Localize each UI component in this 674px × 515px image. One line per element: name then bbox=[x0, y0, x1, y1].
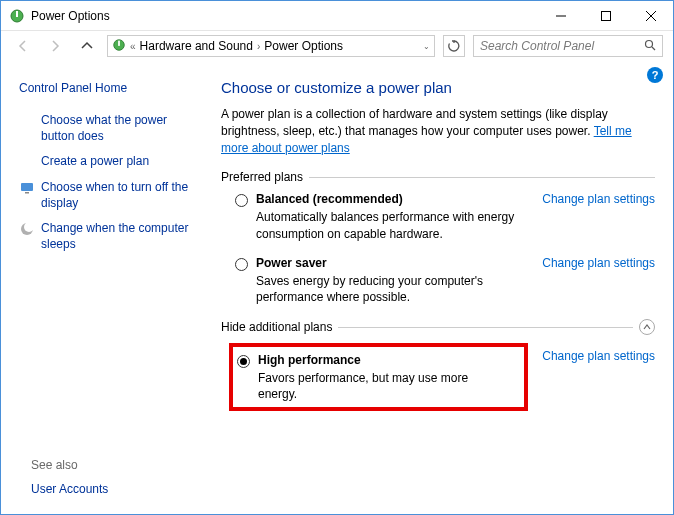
svg-point-13 bbox=[24, 222, 34, 232]
titlebar: Power Options bbox=[1, 1, 673, 31]
change-plan-settings-link[interactable]: Change plan settings bbox=[542, 192, 655, 206]
power-options-icon bbox=[9, 8, 25, 24]
svg-point-8 bbox=[646, 40, 653, 47]
see-also-heading: See also bbox=[31, 458, 108, 472]
minimize-button[interactable] bbox=[538, 1, 583, 30]
hide-additional-plans-toggle[interactable]: Hide additional plans bbox=[221, 319, 655, 335]
sidebar-task[interactable]: Choose what the power button does bbox=[19, 113, 201, 144]
change-plan-settings-link[interactable]: Change plan settings bbox=[542, 349, 655, 363]
sidebar: Control Panel Home Choose what the power… bbox=[1, 61, 211, 514]
plan-name: Power saver bbox=[256, 256, 532, 270]
radio-powersaver[interactable] bbox=[235, 258, 248, 271]
section-text: Hide additional plans bbox=[221, 320, 332, 334]
task-label: Choose when to turn off the display bbox=[41, 180, 191, 211]
divider bbox=[309, 177, 655, 178]
page-description: A power plan is a collection of hardware… bbox=[221, 106, 655, 156]
plan-desc: Saves energy by reducing your computer's… bbox=[256, 273, 532, 305]
forward-button[interactable] bbox=[43, 34, 67, 58]
breadcrumb-item[interactable]: Hardware and Sound bbox=[140, 39, 253, 53]
preferred-plans-heading: Preferred plans bbox=[221, 170, 655, 184]
section-text: Preferred plans bbox=[221, 170, 303, 184]
search-input[interactable]: Search Control Panel bbox=[473, 35, 663, 57]
sidebar-task[interactable]: Change when the computer sleeps bbox=[19, 221, 201, 252]
plan-powersaver: Power saver Saves energy by reducing you… bbox=[235, 256, 655, 305]
search-placeholder: Search Control Panel bbox=[480, 39, 594, 53]
sidebar-task[interactable]: Choose when to turn off the display bbox=[19, 180, 201, 211]
plan-desc: Automatically balances performance with … bbox=[256, 209, 532, 241]
chevron-right-icon: « bbox=[130, 41, 136, 52]
dropdown-icon[interactable]: ⌄ bbox=[423, 42, 430, 51]
moon-icon bbox=[19, 221, 35, 237]
nav-row: « Hardware and Sound › Power Options ⌄ S… bbox=[1, 31, 673, 61]
help-icon[interactable]: ? bbox=[647, 67, 663, 83]
task-label: Choose what the power button does bbox=[41, 113, 191, 144]
chevron-right-icon: › bbox=[257, 41, 260, 52]
chevron-up-icon bbox=[639, 319, 655, 335]
radio-balanced[interactable] bbox=[235, 194, 248, 207]
change-plan-settings-link[interactable]: Change plan settings bbox=[542, 256, 655, 270]
svg-rect-1 bbox=[16, 11, 18, 17]
svg-rect-10 bbox=[21, 183, 33, 191]
svg-rect-7 bbox=[118, 40, 120, 45]
close-button[interactable] bbox=[628, 1, 673, 30]
monitor-icon bbox=[19, 180, 35, 196]
radio-highperformance[interactable] bbox=[237, 355, 250, 368]
power-options-icon bbox=[112, 38, 126, 55]
svg-rect-3 bbox=[601, 11, 610, 20]
control-panel-home-link[interactable]: Control Panel Home bbox=[19, 81, 201, 95]
address-bar[interactable]: « Hardware and Sound › Power Options ⌄ bbox=[107, 35, 435, 57]
svg-rect-11 bbox=[25, 192, 29, 194]
main-pane: ? Choose or customize a power plan A pow… bbox=[211, 61, 673, 514]
search-icon bbox=[644, 39, 656, 54]
refresh-button[interactable] bbox=[443, 35, 465, 57]
user-accounts-link[interactable]: User Accounts bbox=[31, 482, 108, 496]
plan-name: Balanced (recommended) bbox=[256, 192, 532, 206]
plan-highperformance-highlight: High performance Favors performance, but… bbox=[229, 343, 528, 410]
sidebar-task[interactable]: Create a power plan bbox=[19, 154, 201, 170]
window-title: Power Options bbox=[31, 9, 110, 23]
task-label: Create a power plan bbox=[41, 154, 191, 170]
plan-balanced: Balanced (recommended) Automatically bal… bbox=[235, 192, 655, 241]
plan-desc: Favors performance, but may use more ene… bbox=[258, 370, 506, 402]
breadcrumb-item[interactable]: Power Options bbox=[264, 39, 343, 53]
task-label: Change when the computer sleeps bbox=[41, 221, 191, 252]
desc-text: A power plan is a collection of hardware… bbox=[221, 107, 608, 138]
maximize-button[interactable] bbox=[583, 1, 628, 30]
up-button[interactable] bbox=[75, 34, 99, 58]
page-title: Choose or customize a power plan bbox=[221, 79, 655, 96]
divider bbox=[338, 327, 633, 328]
svg-line-9 bbox=[652, 47, 655, 50]
back-button[interactable] bbox=[11, 34, 35, 58]
plan-name: High performance bbox=[258, 353, 506, 367]
